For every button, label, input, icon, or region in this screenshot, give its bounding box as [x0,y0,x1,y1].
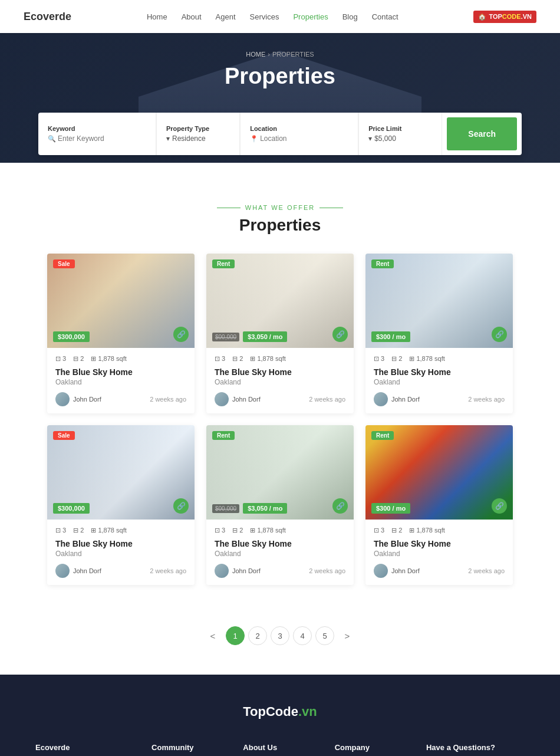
beds-stat: ⊡ 3 [374,527,384,534]
location-label: Location [250,125,348,132]
property-link-button[interactable]: 🔗 [173,327,189,342]
agent-name: John Dorf [73,567,101,574]
breadcrumb-home[interactable]: HOME [246,51,265,58]
search-icon: 🔍 [48,135,56,143]
property-info: ⊡ 3 ⊟ 2 ⊞ 1,878 sqft The Blue Sky Home O… [47,520,195,585]
property-link-button[interactable]: 🔗 [332,327,348,342]
current-price: $300 / mo [371,331,410,342]
property-badge: Rent [212,259,235,268]
section-title: Properties [47,216,513,235]
property-grid: Sale $300,000 🔗 ⊡ 3 ⊟ 2 ⊞ 1,878 sqft The… [47,254,513,585]
footer-community-title: Community [151,743,225,752]
listing-time: 2 weeks ago [150,567,186,574]
nav-agent[interactable]: Agent [216,12,236,21]
property-image-wrap: Rent $00,000 $3,050 / mo 🔗 [206,425,354,520]
agent-name: John Dorf [391,396,420,403]
agent-name: John Dorf [232,396,261,403]
footer-company-title: Company [335,743,409,752]
property-info: ⊡ 3 ⊟ 2 ⊞ 1,878 sqft The Blue Sky Home O… [47,348,195,413]
property-name: The Blue Sky Home [374,367,505,377]
property-name: The Blue Sky Home [55,539,186,548]
property-card-4[interactable]: Sale $300,000 🔗 ⊡ 3 ⊟ 2 ⊞ 1,878 sqft The… [47,425,195,585]
property-info: ⊡ 3 ⊟ 2 ⊞ 1,878 sqft The Blue Sky Home O… [365,348,513,413]
agent-avatar [215,564,229,578]
property-location: Oakland [374,378,505,386]
chevron-down-icon: ▾ [166,134,170,143]
property-card-5[interactable]: Rent $00,000 $3,050 / mo 🔗 ⊡ 3 ⊟ 2 ⊞ 1,8… [206,425,354,585]
property-agent: John Dorf 2 weeks ago [374,564,505,578]
property-agent: John Dorf 2 weeks ago [55,564,186,578]
sqft-stat: ⊞ 1,878 sqft [250,527,285,534]
footer-col-ecoverde: Ecoverde Far far away, behind the word m… [35,743,134,756]
property-card-1[interactable]: Sale $300,000 🔗 ⊡ 3 ⊟ 2 ⊞ 1,878 sqft The… [47,254,195,413]
property-stats: ⊡ 3 ⊟ 2 ⊞ 1,878 sqft [215,527,345,534]
footer-col-company: Company About Us Press Contact Careers [335,743,409,756]
navbar: Ecoverde Home About Agent Services Prope… [0,0,560,33]
page-4-button[interactable]: 4 [293,626,312,645]
property-link-button[interactable]: 🔗 [173,498,189,514]
property-type-field[interactable]: Property Type ▾ Residence [157,113,240,155]
listing-time: 2 weeks ago [468,567,505,574]
listing-time: 2 weeks ago [150,396,186,403]
footer-col-about: About Us Our Story Meet the team Careers [243,743,317,756]
nav-links: Home About Agent Services Properties Blo… [147,12,398,21]
page-2-button[interactable]: 2 [248,626,267,645]
location-input[interactable] [260,134,348,143]
property-agent: John Dorf 2 weeks ago [55,392,186,406]
location-icon: 📍 [250,135,258,143]
beds-stat: ⊡ 3 [55,355,66,363]
old-price: $00,000 [212,333,239,341]
current-price: $300,000 [53,503,90,514]
agent-info: John Dorf [55,392,101,406]
property-image-wrap: Sale $300,000 🔗 [47,425,195,520]
property-location: Oakland [215,550,345,558]
footer-about-title: About Us [243,743,317,752]
property-agent: John Dorf 2 weeks ago [215,392,345,406]
price-select[interactable]: ▾ $5,000 [368,134,432,143]
page-1-button[interactable]: 1 [226,626,245,645]
property-link-button[interactable]: 🔗 [332,498,348,514]
footer-brand: TopCode.vn [35,704,525,719]
page-title: Properties [225,64,335,89]
next-page-button[interactable]: > [338,626,357,645]
location-field: Location 📍 [241,113,358,155]
current-price: $300,000 [53,331,90,342]
agent-name: John Dorf [232,567,261,574]
property-name: The Blue Sky Home [374,539,505,548]
property-badge: Rent [212,431,235,440]
property-card-6[interactable]: Rent $300 / mo 🔗 ⊡ 3 ⊟ 2 ⊞ 1,878 sqft Th… [365,425,513,585]
property-card-3[interactable]: Rent $300 / mo 🔗 ⊡ 3 ⊟ 2 ⊞ 1,878 sqft Th… [365,254,513,413]
price-field[interactable]: Price Limit ▾ $5,000 [359,113,442,155]
nav-about[interactable]: About [182,12,202,21]
page-3-button[interactable]: 3 [271,626,289,645]
property-location: Oakland [374,550,505,558]
listing-time: 2 weeks ago [309,396,345,403]
beds-stat: ⊡ 3 [374,355,384,363]
sqft-stat: ⊞ 1,878 sqft [91,355,126,363]
keyword-label: Keyword [48,125,146,132]
pagination: < 1 2 3 4 5 > [0,609,560,675]
footer-ecoverde-title: Ecoverde [35,743,134,752]
keyword-input[interactable] [58,134,146,143]
agent-name: John Dorf [391,567,420,574]
property-badge: Rent [371,431,394,440]
property-name: The Blue Sky Home [55,367,186,377]
nav-services[interactable]: Services [250,12,279,21]
property-link-button[interactable]: 🔗 [492,498,507,514]
nav-home[interactable]: Home [147,12,167,21]
property-type-select[interactable]: ▾ Residence [166,134,230,143]
property-name: The Blue Sky Home [215,539,345,548]
property-info: ⊡ 3 ⊟ 2 ⊞ 1,878 sqft The Blue Sky Home O… [206,520,354,585]
agent-info: John Dorf [215,564,261,578]
nav-contact[interactable]: Contact [372,12,398,21]
agent-name: John Dorf [73,396,101,403]
nav-blog[interactable]: Blog [342,12,358,21]
property-link-button[interactable]: 🔗 [492,327,507,342]
page-5-button[interactable]: 5 [315,626,334,645]
prev-page-button[interactable]: < [203,626,222,645]
current-price: $300 / mo [371,503,410,514]
property-stats: ⊡ 3 ⊟ 2 ⊞ 1,878 sqft [374,355,505,363]
nav-properties[interactable]: Properties [293,12,328,21]
search-button[interactable]: Search [447,117,517,150]
property-card-2[interactable]: Rent $00,000 $3,050 / mo 🔗 ⊡ 3 ⊟ 2 ⊞ 1,8… [206,254,354,413]
